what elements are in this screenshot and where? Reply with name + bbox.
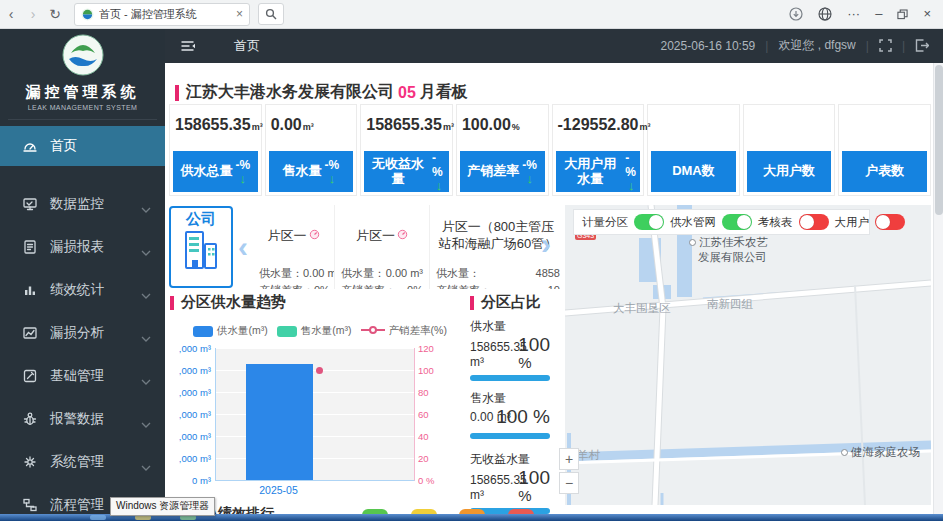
screen: ‹ › ↻ 首页 - 漏控管理系统 × ··· – xyxy=(0,0,943,521)
kpi-button[interactable]: 售水量-%↓ xyxy=(269,151,354,192)
flow-icon xyxy=(22,497,38,513)
restore-icon[interactable] xyxy=(897,9,908,20)
toggle-label: 大用户 xyxy=(835,215,870,230)
favicon xyxy=(81,8,94,21)
region-cards: 片区一供水量：0.00 m³产销差率：0%片区一供水量：0.00 m³产销差率：… xyxy=(253,205,567,289)
sidebar-item-alarm-data[interactable]: 报警数据 xyxy=(0,399,165,439)
share-item: 无收益水量158655.35m³100% xyxy=(470,451,550,514)
topbar: 首页 2025-06-16 10:59 | 欢迎您 , dfgsw | | xyxy=(165,28,943,63)
menu-collapse-icon[interactable] xyxy=(179,38,196,54)
legend-item[interactable]: 售水量(m³) xyxy=(277,324,352,338)
more-icon[interactable]: ··· xyxy=(847,1,860,27)
share-item: 供水量158655.35m³100% xyxy=(470,318,550,381)
kpi-button[interactable]: 户表数 xyxy=(842,151,927,192)
carousel-left-icon[interactable]: ‹ xyxy=(238,232,248,262)
tab-home[interactable]: 首页 xyxy=(234,37,260,55)
region-card[interactable]: 片区一供水量：0.00 m³产销差率：0% xyxy=(335,205,430,289)
region-row-value: 0.00 m³ xyxy=(303,265,335,282)
kpi-button[interactable]: 无收益水量-%↓ xyxy=(364,151,449,192)
kpi-unit: m³ xyxy=(303,122,314,132)
region-row-value: 0.00 m³ xyxy=(386,265,423,282)
close-icon[interactable]: × xyxy=(923,1,931,27)
building-icon xyxy=(181,229,221,273)
trend-chart-title: 分区供水量趋势 xyxy=(170,293,462,312)
kpi-delta: -%↓ xyxy=(235,158,250,185)
sidebar-item-leak-analysis[interactable]: 漏损分析 xyxy=(0,313,165,353)
gauge-mini-icon xyxy=(397,228,408,245)
title-accent-bar xyxy=(175,85,179,101)
kpi-delta-value: -% xyxy=(432,151,446,179)
kpi-value: 158655.35m³ xyxy=(175,116,263,134)
welcome-text: 欢迎您 , dfgsw xyxy=(778,37,855,54)
company-card[interactable]: 公司 xyxy=(169,206,233,288)
kpi-button[interactable]: 供水总量-%↓ xyxy=(173,151,258,192)
carousel-right-icon[interactable]: › xyxy=(541,229,551,259)
region-card-row: 产销差率：0% xyxy=(341,282,423,290)
fullscreen-icon[interactable] xyxy=(879,39,892,52)
legend-item[interactable]: 产销差率(%) xyxy=(361,324,447,338)
toggle-大用户[interactable] xyxy=(875,214,905,230)
logout-icon[interactable] xyxy=(915,39,929,52)
browser-tab[interactable]: 首页 - 漏控管理系统 × xyxy=(74,3,250,26)
reload-icon[interactable]: ↻ xyxy=(44,1,66,27)
search-button[interactable] xyxy=(258,3,284,25)
sidebar-item-basic-mgmt[interactable]: 基础管理 xyxy=(0,356,165,396)
legend-item[interactable]: 供水量(m³) xyxy=(193,324,268,338)
chart-plot-area xyxy=(215,348,415,481)
axis-tick-label: 0 % xyxy=(418,475,434,486)
tab-close-icon[interactable]: × xyxy=(236,7,243,21)
region-card[interactable]: 片区一供水量：0.00 m³产销差率：0% xyxy=(253,205,335,289)
region-row-value: 0% xyxy=(314,282,330,290)
axis-tick-label: 60 xyxy=(418,409,429,420)
share-panel-title-text: 分区占比 xyxy=(481,293,541,312)
sidebar-item-data-monitor[interactable]: 数据监控 xyxy=(0,184,165,224)
sidebar-item-performance-stats[interactable]: 绩效统计 xyxy=(0,270,165,310)
sidebar-item-label: 数据监控 xyxy=(50,195,141,213)
back-icon[interactable]: ‹ xyxy=(0,1,22,27)
map-zoom-in-button[interactable]: + xyxy=(559,448,579,470)
globe-icon[interactable] xyxy=(818,7,832,21)
chevron-down-icon xyxy=(141,244,151,250)
sidebar-item-home[interactable]: 首页 xyxy=(0,126,165,166)
axis-tick-label: 40 xyxy=(418,431,429,442)
kpi-delta: -%↓ xyxy=(625,151,637,192)
edit-icon xyxy=(22,368,38,384)
map-label-text: 羊村 xyxy=(577,449,600,461)
axis-tick-label: 100 xyxy=(418,365,434,376)
download-icon[interactable] xyxy=(789,7,803,21)
sidebar-item-system-mgmt[interactable]: 系统管理 xyxy=(0,442,165,482)
gear-icon xyxy=(22,454,38,470)
kpi-value: 158655.35m³ xyxy=(366,116,454,134)
sidebar-item-label: 系统管理 xyxy=(50,453,141,471)
toggle-供水管网[interactable] xyxy=(722,214,752,230)
toggle-计量分区[interactable] xyxy=(634,214,664,230)
region-card-row: 产销差率：0% xyxy=(259,282,328,290)
toggle-考核表[interactable] xyxy=(799,214,829,230)
map-zoom-out-button[interactable]: − xyxy=(559,472,579,494)
scrollbar-thumb[interactable] xyxy=(935,65,943,215)
kpi-button[interactable]: DMA数 xyxy=(651,151,736,192)
search-icon xyxy=(265,8,277,20)
forward-icon[interactable]: › xyxy=(22,1,44,27)
kpi-row: 158655.35m³供水总量-%↓0.00m³售水量-%↓158655.35m… xyxy=(169,104,931,196)
arrow-down-icon: ↓ xyxy=(436,179,443,192)
kpi-button[interactable]: 产销差率-%↓ xyxy=(460,151,545,192)
region-row-value: 10 xyxy=(548,282,560,290)
separator: | xyxy=(765,39,768,53)
map[interactable]: 计量分区供水管网考核表大用户 G343 + − 江苏佳禾农艺发展有限公司大丰围垦… xyxy=(565,205,931,505)
poi-marker-icon xyxy=(841,449,848,456)
kpi-card: DMA数 xyxy=(647,104,740,196)
kpi-value: 100.00% xyxy=(462,116,520,134)
sidebar-item-leak-report[interactable]: 漏损报表 xyxy=(0,227,165,267)
y-axis-left: ,000 m³,000 m³,000 m³,000 m³,000 m³,000 … xyxy=(170,348,211,480)
axis-tick-label: 20 xyxy=(418,453,429,464)
kpi-unit: m³ xyxy=(443,122,454,132)
minimize-icon[interactable]: – xyxy=(875,1,882,27)
kpi-button[interactable]: 大用户数 xyxy=(747,151,832,192)
trend-chart-title-text: 分区供水量趋势 xyxy=(181,293,286,312)
arrow-down-icon: ↓ xyxy=(526,172,533,185)
taskbar-item[interactable] xyxy=(90,515,106,520)
map-label: 羊村 xyxy=(577,448,600,463)
kpi-button-label: 供水总量 xyxy=(180,164,232,179)
kpi-button[interactable]: 大用户用水量-%↓ xyxy=(556,151,641,192)
